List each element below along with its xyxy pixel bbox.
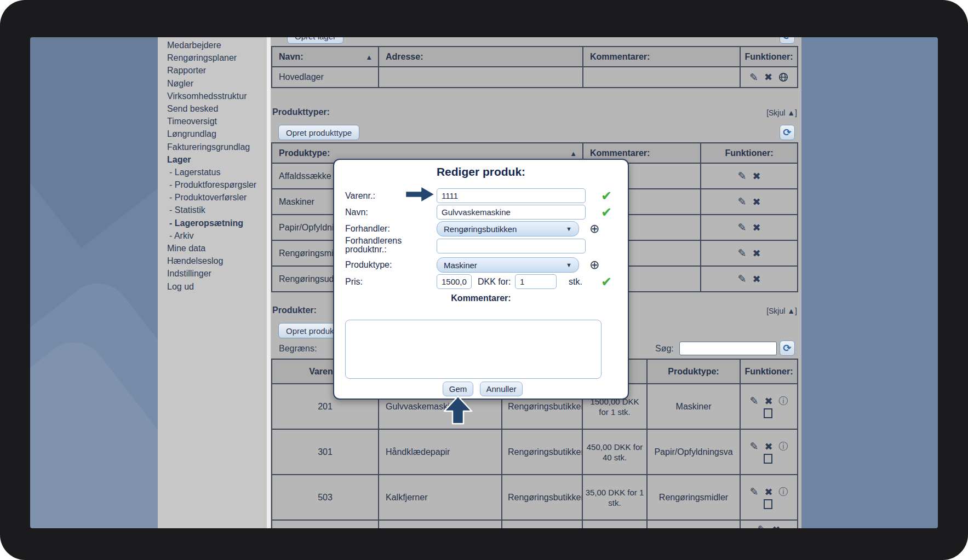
sidebar-item-faktureringsgrundlag[interactable]: Faktureringsgrundlag [158, 141, 267, 153]
produkt-navn-cell [379, 520, 502, 528]
edit-icon[interactable]: ✎ [749, 440, 758, 453]
delete-icon[interactable]: ✖ [752, 247, 760, 259]
sidebar-item-timeoversigt[interactable]: Timeoversigt [158, 115, 267, 128]
delete-icon[interactable]: ✖ [752, 222, 760, 234]
refresh-warehouses-button[interactable]: ⟳ [780, 37, 795, 44]
refresh-icon: ⟳ [783, 342, 791, 354]
edit-product-modal: Rediger produk: Varenr.: ✔ Navn: ✔ Forha… [333, 159, 629, 400]
sidebar-item-haendelseslog[interactable]: Hændelseslog [158, 255, 267, 267]
globe-icon[interactable] [778, 72, 788, 82]
edit-icon[interactable]: ✎ [757, 523, 766, 528]
sidebar-item-statistik[interactable]: - Statistik [158, 204, 267, 216]
sidebar-item-produktforesporgsler[interactable]: - Produktforespørgsler [158, 178, 267, 191]
refresh-produkter-button[interactable]: ⟳ [780, 340, 795, 356]
produkttyper-header-funktioner: Funktioner: [701, 143, 798, 163]
delete-icon[interactable]: ✖ [752, 170, 760, 182]
sidebar-item-indstillinger[interactable]: Indstillinger [158, 267, 267, 280]
produkt-produktype-cell [647, 520, 740, 528]
refresh-produkttyper-button[interactable]: ⟳ [780, 125, 795, 140]
delete-icon[interactable]: ✖ [764, 441, 772, 453]
add-forhandler-icon[interactable]: ⊕ [589, 221, 599, 236]
table-row: Hovedlager ✎ ✖ [272, 67, 798, 88]
copy-icon[interactable] [766, 411, 772, 418]
sidebar-item-rengoringsplaner[interactable]: Rengøringsplaner [158, 51, 267, 64]
valid-check-icon: ✔ [601, 274, 612, 289]
produkt-varenr-cell: 503 [272, 475, 379, 520]
produkter-header-funktioner: Funktioner: [740, 359, 798, 384]
edit-icon[interactable]: ✎ [749, 71, 758, 84]
sidebar-item-rapporter[interactable]: Rapporter [158, 64, 267, 77]
delete-icon[interactable]: ✖ [752, 196, 760, 208]
produkter-skjul-link[interactable]: [Skjul ▲] [766, 307, 797, 315]
sidebar-item-medarbejdere[interactable]: Medarbejdere [158, 39, 267, 51]
sidebar-item-lagerstatus[interactable]: - Lagerstatus [158, 166, 267, 178]
delete-icon[interactable]: ✖ [752, 273, 760, 285]
dkk-for-label: DKK for: [478, 274, 511, 289]
create-produkttype-button[interactable]: Opret produkttype [278, 125, 359, 140]
edit-icon[interactable]: ✎ [737, 273, 746, 285]
sidebar-item-arkiv[interactable]: - Arkiv [158, 229, 267, 242]
warehouse-address-cell [379, 67, 583, 88]
sort-asc-icon: ▲ [570, 149, 577, 157]
produkttyper-skjul-link[interactable]: [Skjul ▲] [766, 108, 797, 117]
add-produktype-icon[interactable]: ⊕ [589, 257, 599, 273]
produktype-select[interactable]: Maskiner ▼ [437, 257, 579, 273]
produkt-varenr-cell [272, 520, 379, 528]
sidebar-item-produktoverforsler[interactable]: - Produktoverførsler [158, 191, 267, 204]
table-row: 503 Kalkfjerner Rengøringsbutikken 35,00… [272, 475, 798, 520]
info-icon[interactable]: ⓘ [779, 395, 788, 407]
sidebar-item-virksomhedsstruktur[interactable]: Virksomhedsstruktur [158, 90, 267, 102]
refresh-icon: ⟳ [783, 126, 791, 138]
edit-icon[interactable]: ✎ [737, 247, 746, 259]
edit-icon[interactable]: ✎ [737, 195, 746, 208]
sidebar-item-lageropsaetning[interactable]: - Lageropsætning [158, 217, 267, 229]
search-input[interactable] [679, 342, 777, 355]
produkt-forhandler-cell [502, 520, 582, 528]
produkttype-functions-cell: ✎✖ [701, 266, 798, 292]
produkt-navn-cell: Kalkfjerner [379, 475, 502, 520]
edit-icon[interactable]: ✎ [749, 486, 758, 498]
cancel-button[interactable]: Annuller [480, 382, 523, 396]
delete-icon[interactable]: ✖ [764, 486, 772, 498]
produkttype-functions-cell: ✎✖ [701, 189, 798, 215]
sidebar-item-lager[interactable]: Lager [158, 153, 267, 166]
stk-label: stk. [569, 274, 582, 289]
navn-input[interactable] [437, 205, 586, 220]
device-frame: Medarbejdere Rengøringsplaner Rapporter … [0, 0, 968, 560]
warehouses-header-kommentarer[interactable]: Kommentarer: [583, 47, 740, 67]
edit-icon[interactable]: ✎ [737, 170, 746, 182]
produkter-heading: Produkter: [272, 305, 317, 315]
copy-icon[interactable] [766, 456, 772, 464]
delete-icon[interactable]: ✖ [772, 524, 780, 529]
copy-icon[interactable] [766, 501, 772, 509]
valid-check-icon: ✔ [601, 188, 612, 203]
info-icon[interactable]: ⓘ [779, 440, 788, 453]
warehouse-comment-cell [583, 67, 740, 88]
delete-icon[interactable]: ✖ [764, 395, 772, 407]
delete-icon[interactable]: ✖ [764, 71, 772, 83]
sidebar-item-send-besked[interactable]: Send besked [158, 102, 267, 115]
warehouses-header-navn[interactable]: Navn:▲ [272, 47, 379, 67]
info-icon[interactable]: ⓘ [779, 486, 788, 498]
antal-input[interactable] [515, 274, 557, 289]
kommentarer-textarea[interactable] [345, 320, 602, 379]
produkt-pris-cell: 35,00 DKK for 1 stk. [582, 475, 647, 520]
sidebar-item-log-ud[interactable]: Log ud [158, 280, 267, 293]
sidebar-item-nogler[interactable]: Nøgler [158, 77, 267, 90]
edit-icon[interactable]: ✎ [737, 221, 746, 234]
forhandler-produktnr-input[interactable] [437, 239, 586, 253]
produkttype-functions-cell: ✎✖ [701, 240, 798, 266]
warehouses-header-adresse[interactable]: Adresse: [379, 47, 583, 67]
sidebar-item-longrundlag[interactable]: Løngrundlag [158, 128, 267, 140]
pris-label: Pris: [345, 274, 363, 289]
sidebar-item-mine-data[interactable]: Mine data [158, 242, 267, 255]
produkt-functions-cell: ✎✖ⓘ [740, 384, 798, 429]
create-warehouse-button[interactable]: Opret lager [287, 37, 343, 44]
sidebar: Medarbejdere Rengøringsplaner Rapporter … [158, 37, 267, 528]
produkttype-functions-cell: ✎✖ [701, 163, 798, 189]
produkter-header-produktype[interactable]: Produktype: [647, 359, 740, 384]
edit-icon[interactable]: ✎ [749, 395, 758, 407]
varenr-input[interactable] [437, 188, 586, 203]
pris-input[interactable] [437, 274, 472, 289]
forhandler-select[interactable]: Rengøringsbutikken ▼ [437, 221, 579, 236]
